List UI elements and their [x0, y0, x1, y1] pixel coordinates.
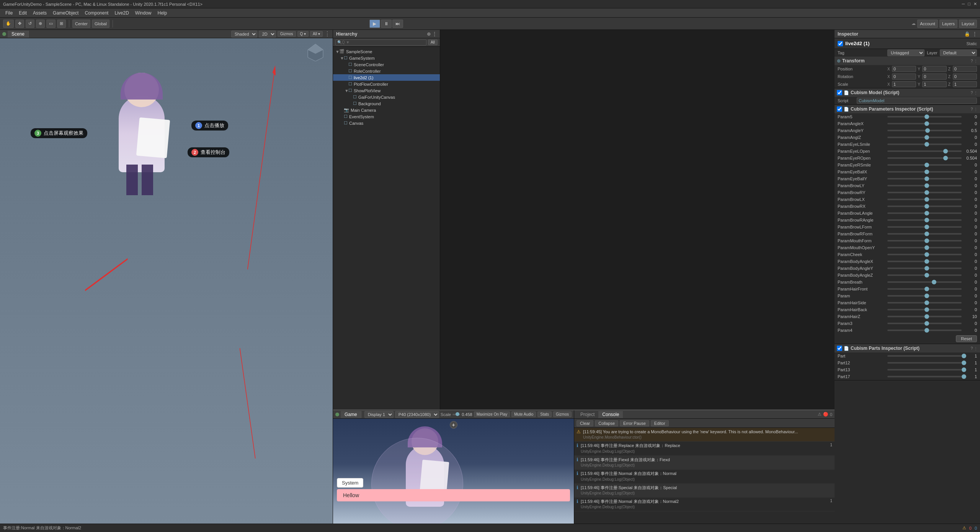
hier-item-plotflow[interactable]: ☐ PlotFlowController	[333, 81, 440, 87]
param-slider-1[interactable]	[887, 123, 962, 124]
hierarchy-menu[interactable]: ⊕	[427, 31, 431, 37]
cubism-model-options[interactable]: ? ⋮	[971, 91, 978, 95]
2d-toggle[interactable]: 2D	[259, 31, 276, 38]
hier-item-showplotview[interactable]: ▼ ☐ ShowPlotView	[333, 87, 440, 94]
param-slider-21[interactable]	[887, 261, 962, 262]
param-slider-7[interactable]	[887, 164, 962, 166]
cubism-params-options[interactable]: ? ⋮	[971, 107, 978, 111]
gizmos-btn-scene[interactable]: Gizmos	[278, 31, 296, 37]
hand-tool[interactable]: ✋	[3, 20, 14, 28]
param-slider-17[interactable]	[887, 233, 962, 235]
param-slider-14[interactable]	[887, 212, 962, 214]
tag-dropdown[interactable]: Untagged	[887, 49, 924, 56]
hier-item-background[interactable]: ☐ Background	[333, 100, 440, 107]
move-tool[interactable]: ✥	[15, 20, 24, 28]
param-slider-6[interactable]	[887, 157, 962, 159]
more-options-scene[interactable]: ⋮	[324, 30, 330, 38]
gizmo-cube[interactable]	[306, 42, 325, 61]
menu-assets[interactable]: Assets	[30, 10, 50, 16]
transform-header[interactable]: ⊕ Transform ? ⋮	[835, 57, 980, 65]
param-slider-31[interactable]	[887, 330, 962, 331]
close-btn[interactable]: ✕	[973, 2, 977, 7]
pos-z-val[interactable]: 0	[953, 66, 977, 72]
menu-file[interactable]: File	[2, 10, 16, 16]
editor-btn[interactable]: Editor	[651, 420, 669, 426]
scl-z-val[interactable]: 1	[953, 81, 977, 87]
param-slider-18[interactable]	[887, 240, 962, 242]
param-slider-26[interactable]	[887, 295, 962, 297]
reset-btn[interactable]: Reset	[956, 335, 977, 342]
center-btn[interactable]: Center	[72, 20, 90, 28]
step-btn[interactable]: ⏭	[392, 20, 403, 28]
param-slider-28[interactable]	[887, 309, 962, 310]
param-slider-15[interactable]	[887, 219, 962, 221]
rotate-tool[interactable]: ↺	[26, 20, 34, 28]
tab-project[interactable]: Project	[577, 411, 598, 418]
param-slider-0[interactable]	[887, 116, 962, 117]
hierarchy-search[interactable]: 🔍 Q ▼	[335, 39, 426, 46]
game-content[interactable]: System Hellow +	[333, 419, 574, 532]
part-slider-3[interactable]	[887, 376, 962, 377]
part-slider-0[interactable]	[887, 355, 962, 357]
param-slider-3[interactable]	[887, 137, 962, 138]
param-slider-12[interactable]	[887, 199, 962, 200]
param-slider-25[interactable]	[887, 288, 962, 290]
scale-slider[interactable]	[452, 414, 460, 415]
console-row-4[interactable]: ℹ [11:59:46] 事件注册:Special 来自游戏对象：Special…	[574, 484, 835, 498]
hier-item-maincamera[interactable]: 📷 Main Camera	[333, 107, 440, 113]
search-scene[interactable]: Q ▾	[297, 31, 309, 37]
pos-y-val[interactable]: 0	[922, 66, 946, 72]
param-slider-29[interactable]	[887, 316, 962, 317]
hier-item-gai[interactable]: ☐ GaiForUnityCanvas	[333, 94, 440, 100]
inspector-options[interactable]: ⋮	[972, 31, 977, 37]
resolution-select[interactable]: P40 (2340x1080)	[395, 411, 439, 418]
param-slider-16[interactable]	[887, 226, 962, 228]
shaded-dropdown[interactable]: Shaded	[231, 31, 257, 38]
stats-btn[interactable]: Stats	[537, 411, 552, 417]
console-row-0[interactable]: ⚠ [11:59:45] You are trying to create a …	[574, 428, 835, 442]
gizmos-btn-game[interactable]: Gizmos	[553, 411, 572, 417]
display-select[interactable]: Display 1	[364, 411, 394, 418]
param-slider-23[interactable]	[887, 274, 962, 276]
param-slider-4[interactable]	[887, 144, 962, 145]
error-pause-btn[interactable]: Error Pause	[620, 420, 649, 426]
param-slider-5[interactable]	[887, 150, 962, 152]
maximize-onplay-btn[interactable]: Maximize On Play	[474, 411, 510, 417]
hier-item-gamesystem[interactable]: ▼ ☐ GameSystem	[333, 55, 440, 61]
global-btn[interactable]: Global	[92, 20, 109, 28]
cubism-model-header[interactable]: 📄 Cubism Model (Script) ? ⋮	[835, 88, 980, 97]
scl-y-val[interactable]: 1	[922, 81, 946, 87]
lock-icon[interactable]: 🔒	[964, 31, 970, 37]
hier-item-scenecontroller[interactable]: ☐ SceneController	[333, 61, 440, 68]
hier-item-rolecontroller[interactable]: ☐ RoleController	[333, 68, 440, 74]
maximize-btn[interactable]: □	[968, 2, 970, 7]
transform-options[interactable]: ? ⋮	[971, 59, 978, 63]
param-slider-24[interactable]	[887, 281, 962, 283]
obj-enabled-checkbox[interactable]	[838, 41, 843, 46]
cubism-parts-header[interactable]: 📄 Cubism Parts Inspector (Script) ? ⋮	[835, 344, 980, 352]
param-slider-30[interactable]	[887, 323, 962, 324]
scale-tool[interactable]: ⊕	[36, 20, 45, 28]
param-slider-19[interactable]	[887, 247, 962, 248]
mute-audio-btn[interactable]: Mute Audio	[511, 411, 536, 417]
all-btn[interactable]: All ▾	[310, 31, 323, 37]
minimize-btn[interactable]: ─	[962, 2, 965, 7]
param-slider-10[interactable]	[887, 185, 962, 186]
menu-component[interactable]: Component	[82, 10, 111, 16]
script-value[interactable]: CubismModel	[857, 98, 977, 104]
rot-z-val[interactable]: 0	[953, 73, 977, 80]
tab-console[interactable]: Console	[598, 411, 623, 418]
pause-btn[interactable]: ⏸	[381, 20, 392, 28]
play-btn[interactable]: ▶	[369, 20, 380, 28]
layer-dropdown[interactable]: Default	[940, 49, 977, 56]
layout-btn[interactable]: Layout	[959, 20, 977, 28]
hierarchy-options[interactable]: ⋮	[432, 31, 437, 37]
param-slider-9[interactable]	[887, 178, 962, 180]
param-slider-27[interactable]	[887, 302, 962, 304]
cubism-parts-options[interactable]: ? ⋮	[971, 346, 978, 351]
console-row-2[interactable]: ℹ [11:59:46] 事件注册:Fiexd 来自游戏对象：Fiexd Uni…	[574, 456, 835, 470]
hier-item-eventsystem[interactable]: ☐ EventSystem	[333, 113, 440, 120]
param-slider-22[interactable]	[887, 268, 962, 269]
param-slider-2[interactable]	[887, 130, 962, 131]
cubism-parts-enabled[interactable]	[837, 346, 842, 351]
